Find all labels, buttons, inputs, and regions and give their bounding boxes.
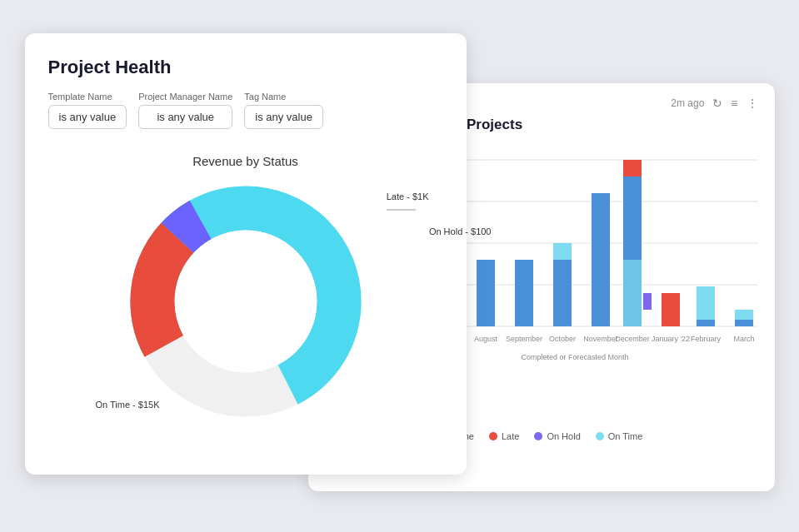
filter-icon[interactable]: ≡ [731,97,737,110]
label-line-late [387,201,420,218]
filter-manager-btn[interactable]: is any value [138,105,232,129]
filter-template-label: Template Name [48,92,127,102]
filter-tag-label: Tag Name [244,92,323,102]
legend-dot-ontime [596,432,604,440]
front-card: Project Health Template Name is any valu… [25,33,467,475]
label-ontime: On Time - $15K [96,400,160,410]
filter-tag: Tag Name is any value [244,92,323,129]
legend-dot-onhold [534,432,542,440]
svg-rect-8 [477,260,495,326]
svg-rect-17 [662,293,680,326]
svg-text:October: October [548,335,575,343]
svg-point-37 [174,230,317,372]
filter-manager-label: Project Manager Name [138,92,232,102]
svg-text:February: February [690,335,721,343]
legend-label-ontime: On Time [608,431,643,441]
timestamp-label: 2m ago [671,97,704,109]
filter-template: Template Name is any value [48,92,127,129]
svg-text:November: November [583,335,618,343]
svg-text:December: December [615,335,650,343]
svg-text:March: March [733,335,754,343]
svg-rect-14 [623,160,642,177]
svg-rect-10 [553,260,572,326]
svg-rect-9 [515,260,533,326]
donut-svg [129,185,362,418]
filter-row: Template Name is any value Project Manag… [48,92,443,129]
scene: 2m ago ↻ ≡ ⋮ h Forecasted Projects 0 [25,17,775,516]
chart-container: Revenue by Status [48,146,443,418]
svg-rect-19 [697,286,715,320]
svg-rect-18 [697,320,715,326]
svg-rect-16 [623,260,642,326]
chart-title: Revenue by Status [192,154,298,168]
svg-rect-15 [643,293,652,310]
legend-onhold: On Hold [534,431,580,441]
svg-text:January '22: January '22 [651,335,689,343]
filter-tag-btn[interactable]: is any value [244,105,323,129]
donut-wrapper: Late - $1K On Hold - $100 On Time - $15K [129,185,362,418]
filter-template-btn[interactable]: is any value [48,105,127,129]
svg-rect-21 [735,310,753,320]
svg-text:August: August [473,335,497,343]
svg-text:Completed or Forecasted Month: Completed or Forecasted Month [521,353,628,361]
card-title: Project Health [48,57,443,78]
label-late: Late - $1K [387,191,429,218]
svg-rect-11 [553,243,572,260]
legend-late: Late [489,431,519,441]
legend-ontime: On Time [596,431,643,441]
label-onhold: On Hold - $100 [429,226,492,236]
filter-manager: Project Manager Name is any value [138,92,232,129]
legend-dot-late [489,432,497,440]
svg-rect-12 [592,193,610,326]
svg-rect-20 [735,320,753,326]
more-icon[interactable]: ⋮ [747,97,758,110]
svg-text:September: September [505,335,542,343]
refresh-icon[interactable]: ↻ [712,97,722,110]
legend-label-onhold: On Hold [547,431,580,441]
legend-label-late: Late [502,431,519,441]
